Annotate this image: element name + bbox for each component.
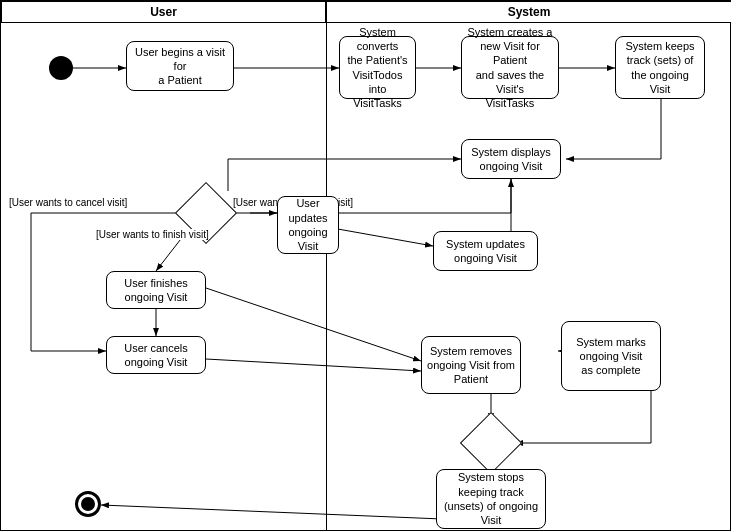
system-converts-node: System convertsthe Patient'sVisitTodos i…	[339, 36, 416, 99]
svg-line-26	[101, 505, 491, 521]
user-cancels-node: User cancelsongoing Visit	[106, 336, 206, 374]
system-keeps-node: System keepstrack (sets) ofthe ongoing V…	[615, 36, 705, 99]
system-marks-node: System marksongoing Visitas complete	[561, 321, 661, 391]
col-header-user: User	[1, 1, 326, 23]
end-node	[75, 491, 101, 517]
svg-line-20	[206, 359, 421, 371]
svg-line-19	[206, 288, 421, 361]
system-creates-node: System creates anew Visit for Patientand…	[461, 36, 559, 99]
svg-line-11	[156, 235, 184, 271]
start-node	[49, 56, 73, 80]
finish-label: [User wants to finish visit]	[96, 229, 209, 240]
user-begins-visit-node: User begins a visit fora Patient	[126, 41, 234, 91]
system-displays-node: System displaysongoing Visit	[461, 139, 561, 179]
system-removes-node: System removesongoing Visit fromPatient	[421, 336, 521, 394]
stop-diamond	[469, 421, 513, 465]
swimlane-divider	[326, 23, 327, 531]
diagram: User System	[0, 0, 731, 531]
user-updates-node: UserupdatesongoingVisit	[277, 196, 339, 254]
user-finishes-node: User finishesongoing Visit	[106, 271, 206, 309]
system-stops-node: System stopskeeping track(unsets) of ong…	[436, 469, 546, 529]
col-header-system: System	[326, 1, 731, 23]
cancel-label: [User wants to cancel visit]	[9, 197, 127, 208]
system-updates-node: System updatesongoing Visit	[433, 231, 538, 271]
